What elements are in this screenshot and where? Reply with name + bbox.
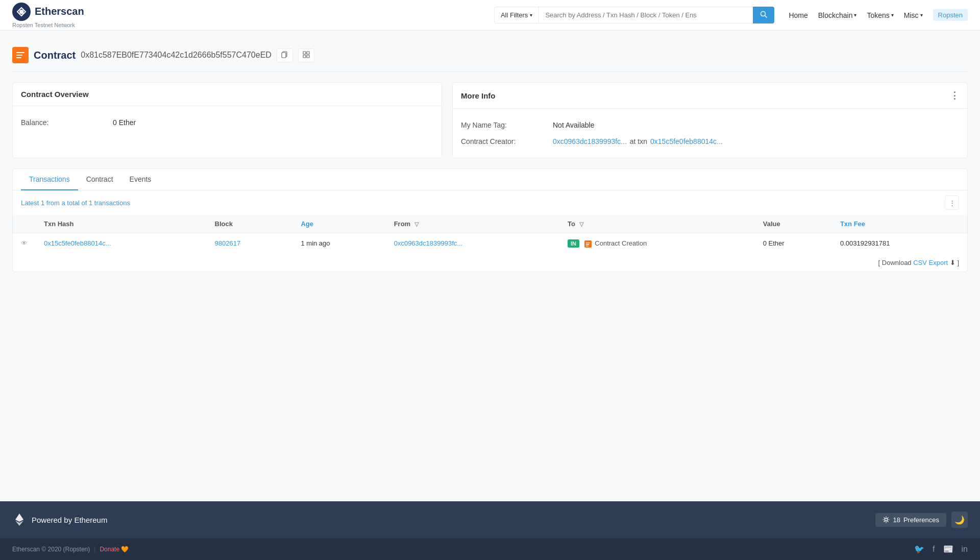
reddit-link[interactable]: 📰: [943, 544, 953, 554]
copyright-text: Etherscan © 2020 (Ropsten): [12, 546, 90, 553]
txn-fee-sort-link[interactable]: Txn Fee: [840, 220, 865, 228]
tab-contract[interactable]: Contract: [78, 169, 121, 190]
search-container: All Filters ▾: [494, 7, 774, 23]
nav-home[interactable]: Home: [789, 11, 807, 19]
contract-overview-panel: Contract Overview Balance: 0 Ether: [12, 82, 442, 158]
eye-icon[interactable]: 👁: [21, 239, 28, 247]
more-options-button[interactable]: ⋮: [950, 90, 959, 101]
footer-right: 18 Preferences 🌙: [875, 512, 968, 528]
preferences-label: Preferences: [903, 516, 939, 524]
direction-badge: IN: [568, 239, 579, 248]
grid-icon: [303, 51, 310, 58]
contract-overview-body: Balance: 0 Ether: [13, 106, 442, 139]
creator-row: Contract Creator: 0xc0963dc1839993fc... …: [461, 133, 959, 150]
copy-icon: [281, 51, 288, 58]
csv-export-row: [ Download CSV Export ⬇ ]: [13, 254, 967, 272]
table-body: 👁 0x15c5fe0feb88014c... 9802617 1 min ag…: [13, 233, 967, 254]
balance-row: Balance: 0 Ether: [21, 114, 433, 131]
col-eye: [13, 215, 36, 233]
col-age: Age: [292, 215, 385, 233]
social-links: 🐦 f 📰 in: [914, 544, 968, 554]
svg-rect-7: [16, 55, 22, 56]
from-address-link[interactable]: 0xc0963dc1839993fc...: [394, 239, 462, 247]
col-block: Block: [207, 215, 293, 233]
col-to: To ▽: [559, 215, 755, 233]
creator-label: Contract Creator:: [461, 137, 553, 145]
more-info-panel: More Info ⋮ My Name Tag: Not Available C…: [452, 82, 968, 158]
linkedin-link[interactable]: in: [962, 545, 968, 554]
txn-count-link[interactable]: 1: [89, 199, 92, 207]
svg-rect-18: [586, 246, 589, 247]
creator-txn-link[interactable]: 0x15c5fe0feb88014c...: [650, 137, 723, 145]
svg-rect-16: [586, 242, 590, 244]
col-txn-hash: Txn Hash: [36, 215, 207, 233]
contract-icon: [12, 47, 29, 63]
grid-view-button[interactable]: [298, 48, 314, 62]
age-sort-link[interactable]: Age: [301, 220, 313, 228]
svg-rect-14: [307, 55, 309, 58]
nav-tokens[interactable]: Tokens ▾: [867, 11, 893, 19]
svg-point-21: [885, 519, 888, 521]
divider: |: [94, 546, 95, 553]
tab-events[interactable]: Events: [121, 169, 160, 190]
txn-summary: Latest 1 from a total of 1 transactions: [21, 199, 130, 207]
to-filter-icon[interactable]: ▽: [579, 221, 583, 227]
info-panels: Contract Overview Balance: 0 Ether More …: [12, 82, 968, 158]
col-from: From ▽: [386, 215, 559, 233]
svg-text:⬡: ⬡: [19, 9, 24, 15]
name-tag-row: My Name Tag: Not Available: [461, 117, 959, 133]
preferences-button[interactable]: 18 Preferences: [875, 513, 946, 527]
svg-line-4: [765, 16, 767, 18]
ropsten-badge[interactable]: Ropsten: [933, 9, 968, 21]
block-link[interactable]: 9802617: [215, 239, 241, 247]
svg-rect-8: [16, 57, 21, 58]
txn-fee-value: 0.003192931781: [840, 239, 890, 247]
search-button[interactable]: [753, 7, 774, 23]
col-value: Value: [755, 215, 832, 233]
nav-misc[interactable]: Misc ▾: [904, 11, 923, 19]
twitter-link[interactable]: 🐦: [914, 544, 924, 554]
contract-icon-small: [584, 240, 592, 248]
transactions-section: Transactions Contract Events Latest 1 fr…: [12, 168, 968, 272]
txn-summary-text: Latest 1 from a total of: [21, 199, 89, 207]
at-txn-label: at txn: [630, 137, 647, 145]
from-filter-icon[interactable]: ▽: [414, 221, 419, 227]
txn-suffix: transactions: [94, 199, 130, 207]
csv-export-link[interactable]: CSV Export: [913, 259, 948, 266]
header: ⬡ Etherscan Ropsten Testnet Network All …: [0, 0, 980, 31]
powered-by-text: Powered by Ethereum: [32, 516, 107, 524]
col-txn-fee: Txn Fee: [832, 215, 967, 233]
tab-transactions[interactable]: Transactions: [21, 169, 78, 190]
search-input[interactable]: [538, 7, 753, 23]
search-icon: [760, 11, 767, 18]
row-block: 9802617: [207, 233, 293, 254]
contract-address: 0x81c587EB0fE773404c42c1d2666b5f557C470e…: [81, 51, 272, 60]
logo-text: Etherscan: [35, 6, 84, 17]
filter-label: All Filters: [501, 11, 528, 19]
preferences-icon: [883, 516, 890, 523]
txn-more-options-button[interactable]: ⋮: [945, 196, 959, 210]
row-from: 0xc0963dc1839993fc...: [386, 233, 559, 254]
row-txn-fee: 0.003192931781: [832, 233, 967, 254]
copy-address-button[interactable]: [277, 48, 293, 62]
svg-rect-10: [282, 53, 286, 58]
svg-marker-19: [15, 514, 23, 522]
svg-rect-12: [307, 52, 309, 54]
creator-address-link[interactable]: 0xc0963dc1839993fc...: [553, 137, 627, 145]
contract-header: Contract 0x81c587EB0fE773404c42c1d2666b5…: [12, 41, 968, 72]
name-tag-label: My Name Tag:: [461, 121, 553, 129]
dark-mode-button[interactable]: 🌙: [951, 512, 968, 528]
nav-blockchain[interactable]: Blockchain ▾: [818, 11, 857, 19]
row-value: 0 Ether: [755, 233, 832, 254]
facebook-link[interactable]: f: [933, 545, 935, 554]
txn-hash-link[interactable]: 0x15c5fe0feb88014c...: [44, 239, 111, 247]
chevron-down-icon: ▾: [854, 12, 856, 18]
contract-title: Contract: [34, 50, 76, 61]
donate-link[interactable]: Donate 🧡: [100, 546, 129, 553]
row-to: IN Contract Creation: [559, 233, 755, 254]
chevron-down-icon: ▾: [920, 12, 923, 18]
filter-dropdown[interactable]: All Filters ▾: [494, 7, 538, 23]
transactions-table: Txn Hash Block Age From ▽ To ▽: [13, 215, 967, 254]
balance-value: 0 Ether: [113, 118, 136, 127]
row-txn-hash: 0x15c5fe0feb88014c...: [36, 233, 207, 254]
